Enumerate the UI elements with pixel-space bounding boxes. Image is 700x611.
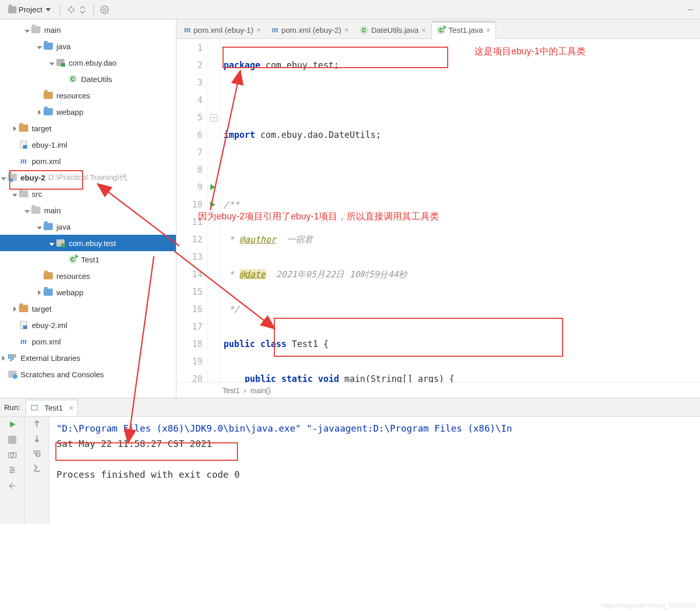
editor-area: mpom.xml (ebuy-1)× mpom.xml (ebuy-2)× CD… xyxy=(176,19,700,398)
breadcrumb-item[interactable]: Test1 xyxy=(223,386,239,395)
fold-toggle[interactable] xyxy=(217,184,225,191)
tree-folder-main[interactable]: main xyxy=(0,22,176,38)
tree-label: DateUtils xyxy=(81,75,112,84)
tree-label: ebuy-2.iml xyxy=(32,321,67,330)
tree-scratches[interactable]: Scratches and Consoles xyxy=(0,366,176,382)
run-header: Run: Test1× xyxy=(0,398,700,417)
svg-point-16 xyxy=(12,470,14,471)
tab-dateutils[interactable]: CDateUtils.java× xyxy=(354,21,432,38)
tree-folder-java[interactable]: java xyxy=(0,38,176,54)
annotation-text: 这是项目ebuy-1中的工具类 xyxy=(474,45,592,57)
svg-point-0 xyxy=(69,7,73,12)
run-label: Run: xyxy=(4,403,21,412)
hide-panel-icon[interactable] xyxy=(685,4,696,15)
run-tab[interactable]: Test1× xyxy=(26,400,78,416)
tree-file-iml2[interactable]: ebuy-2.iml xyxy=(0,317,176,333)
run-tool-window: Run: Test1× "D:\Program Files (x86)\JDK9… xyxy=(0,398,700,524)
tree-label: target xyxy=(32,124,51,133)
tree-label: java xyxy=(56,42,71,51)
fold-toggle[interactable]: − xyxy=(210,114,217,121)
svg-point-11 xyxy=(11,454,14,457)
rerun-icon[interactable] xyxy=(8,420,17,431)
tree-folder-webapp[interactable]: webapp xyxy=(0,104,176,120)
maven-icon: m xyxy=(272,25,278,34)
tree-folder-webapp2[interactable]: webapp xyxy=(0,284,176,300)
close-icon[interactable]: × xyxy=(256,26,261,34)
main-split: main java com.ebuy.dao CDateUtils resour… xyxy=(0,19,700,398)
tree-module-ebuy2[interactable]: ebuy-2D:\Practical Training\代 xyxy=(0,169,176,186)
breadcrumb[interactable]: Test1›main() xyxy=(176,382,700,398)
expand-all-icon[interactable] xyxy=(77,4,88,15)
breadcrumb-item[interactable]: main() xyxy=(250,386,271,395)
tree-label: pom.xml xyxy=(32,337,61,346)
console-text: Process finished with exit code 0 xyxy=(56,467,693,482)
pin-icon[interactable] xyxy=(8,481,17,492)
tree-external-libs[interactable]: External Libraries xyxy=(0,350,176,366)
class-icon: C xyxy=(437,26,445,34)
close-icon[interactable]: × xyxy=(422,26,426,34)
run-gutter-icon[interactable] xyxy=(210,184,215,190)
locate-icon[interactable] xyxy=(66,4,77,15)
tree-label: resources xyxy=(56,272,90,280)
tree-package[interactable]: com.ebuy.dao xyxy=(0,54,176,71)
tree-class-test1[interactable]: CTest1 xyxy=(0,251,176,268)
tab-pom2[interactable]: mpom.xml (ebuy-2)× xyxy=(266,21,354,38)
tab-label: Test1.java xyxy=(448,26,483,34)
tree-folder-target[interactable]: target xyxy=(0,120,176,136)
run-tab-label: Test1 xyxy=(45,403,63,412)
project-toolbar: Project xyxy=(0,0,700,19)
console-text: Sat May 22 11:58:27 CST 2021 xyxy=(56,436,693,452)
class-icon: C xyxy=(360,26,368,34)
console-output[interactable]: "D:\Program Files (x86)\JDK9.0\bin\java.… xyxy=(49,417,700,524)
close-icon[interactable]: × xyxy=(486,26,490,34)
tree-folder-src[interactable]: src xyxy=(0,186,176,202)
annotation-text: 因为ebuy-2项目引用了ebuy-1项目，所以直接调用其工具类 xyxy=(198,210,521,222)
tree-file-pom2[interactable]: mpom.xml xyxy=(0,333,176,350)
tree-label: webapp xyxy=(56,108,84,116)
tab-label: DateUtils.java xyxy=(371,26,419,34)
scroll-down-icon[interactable] xyxy=(33,435,41,444)
tree-label: main xyxy=(44,206,61,215)
tree-folder-resources[interactable]: resources xyxy=(0,87,176,104)
separator xyxy=(60,4,61,15)
scroll-to-end-icon[interactable] xyxy=(32,463,42,473)
tree-label: ebuy-2 xyxy=(21,173,45,182)
tree-folder-resources2[interactable]: resources xyxy=(0,268,176,284)
tab-label: pom.xml (ebuy-2) xyxy=(282,26,342,34)
soft-wrap-icon[interactable] xyxy=(32,450,42,458)
console-text: "-javaagent:D:\Program Files (x86)\In xyxy=(301,423,512,434)
tree-label: target xyxy=(32,304,51,313)
tab-test1[interactable]: CTest1.java× xyxy=(431,21,496,39)
svg-rect-7 xyxy=(31,405,37,410)
camera-icon[interactable] xyxy=(8,451,17,460)
tree-label: java xyxy=(56,222,71,231)
tree-label: com.ebuy.test xyxy=(69,239,116,248)
tree-label: main xyxy=(44,26,61,34)
tree-label: webapp xyxy=(56,288,84,297)
tree-label: src xyxy=(32,190,42,198)
tree-path: D:\Practical Training\代 xyxy=(48,173,127,182)
tree-file-pom[interactable]: mpom.xml xyxy=(0,153,176,169)
svg-point-15 xyxy=(10,467,12,469)
scroll-up-icon[interactable] xyxy=(33,420,41,430)
gear-icon[interactable] xyxy=(99,4,110,15)
settings-icon[interactable] xyxy=(8,465,17,476)
tree-file-iml[interactable]: ebuy-1.iml xyxy=(0,136,176,153)
project-tree-panel: main java com.ebuy.dao CDateUtils resour… xyxy=(0,19,176,398)
console-path: "D:\Program Files (x86)\JDK9.0\bin\java.… xyxy=(56,423,301,434)
tree-folder-target2[interactable]: target xyxy=(0,300,176,317)
close-icon[interactable]: × xyxy=(69,403,74,412)
tree-package-selected[interactable]: com.ebuy.test xyxy=(0,235,176,251)
project-view-selector[interactable]: Project xyxy=(4,3,55,16)
maven-icon: m xyxy=(184,25,190,34)
run-gutter-icon[interactable] xyxy=(210,201,215,208)
tree-class-dateutils[interactable]: CDateUtils xyxy=(0,71,176,87)
tree-folder-main2[interactable]: main xyxy=(0,202,176,218)
close-icon[interactable]: × xyxy=(345,26,349,34)
svg-rect-9 xyxy=(8,436,16,444)
tab-pom1[interactable]: mpom.xml (ebuy-1)× xyxy=(178,21,266,38)
project-tree[interactable]: main java com.ebuy.dao CDateUtils resour… xyxy=(0,19,176,382)
run-toolbar-primary xyxy=(0,417,25,524)
tree-folder-java2[interactable]: java xyxy=(0,218,176,235)
stop-icon[interactable] xyxy=(8,436,16,445)
